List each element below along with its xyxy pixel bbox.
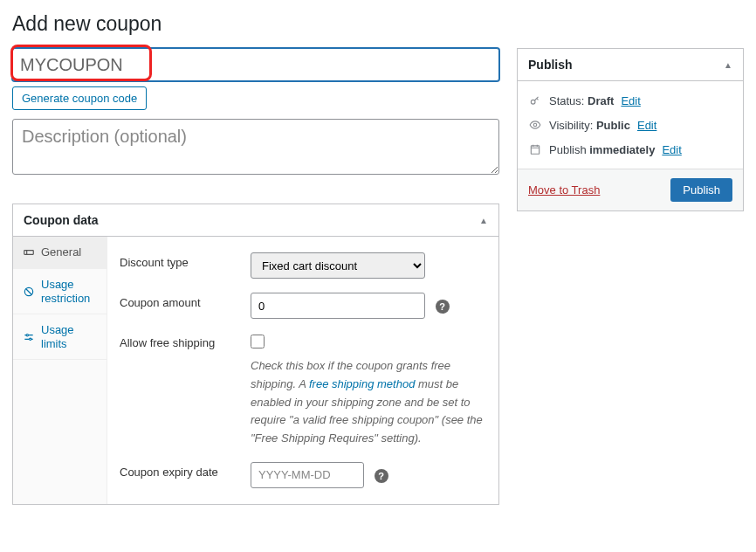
svg-point-3 [30,338,31,340]
ban-icon [22,285,36,299]
tab-usage-restriction[interactable]: Usage restriction [13,269,107,314]
calendar-icon [528,142,542,156]
page-title: Add new coupon [12,12,744,36]
status-text: Status: Draft [549,94,614,107]
discount-type-select[interactable]: Fixed cart discount [251,252,425,279]
coupon-data-metabox: Coupon data ▲ General Usage re [12,204,499,505]
move-to-trash-link[interactable]: Move to Trash [528,183,600,197]
free-shipping-method-link[interactable]: free shipping method [309,377,415,390]
metabox-title: Coupon data [24,213,99,227]
free-shipping-label: Allow free shipping [120,333,251,349]
chevron-up-icon: ▲ [479,216,488,225]
help-icon[interactable]: ? [375,469,388,483]
tab-label: General [41,245,81,259]
edit-visibility-link[interactable]: Edit [637,119,656,132]
chevron-up-icon: ▲ [724,60,732,70]
ticket-icon [22,245,36,259]
coupon-amount-input[interactable] [251,293,425,319]
coupon-amount-label: Coupon amount [120,293,251,309]
description-textarea[interactable] [12,119,499,175]
tab-label: Usage restriction [41,278,98,305]
metabox-title: Publish [528,58,573,72]
svg-point-5 [533,123,537,127]
publish-button[interactable]: Publish [670,178,732,202]
help-icon[interactable]: ? [436,300,450,314]
free-shipping-checkbox[interactable] [251,335,265,348]
svg-rect-6 [531,146,539,154]
key-icon [528,93,542,107]
free-shipping-hint: Check this box if the coupon grants free… [251,357,486,448]
edit-schedule-link[interactable]: Edit [662,143,681,156]
expiry-label: Coupon expiry date [120,462,251,479]
schedule-text: Publish immediately [549,143,655,156]
coupon-code-input[interactable] [12,48,499,81]
publish-metabox: Publish ▲ Status: Draft Edit [517,48,744,211]
eye-icon [528,118,542,132]
tab-label: Usage limits [41,323,98,350]
svg-point-4 [531,100,535,104]
expiry-date-input[interactable] [251,462,364,488]
sliders-icon [22,330,36,344]
visibility-text: Visibility: Public [549,119,630,132]
generate-code-button[interactable]: Generate coupon code [12,86,147,110]
tab-general[interactable]: General [13,237,107,269]
svg-point-2 [26,334,28,335]
coupon-data-toggle[interactable]: Coupon data ▲ [13,204,498,237]
edit-status-link[interactable]: Edit [621,94,640,107]
tab-usage-limits[interactable]: Usage limits [13,314,107,360]
svg-rect-0 [24,251,34,255]
discount-type-label: Discount type [120,252,251,269]
publish-toggle[interactable]: Publish ▲ [518,49,743,81]
